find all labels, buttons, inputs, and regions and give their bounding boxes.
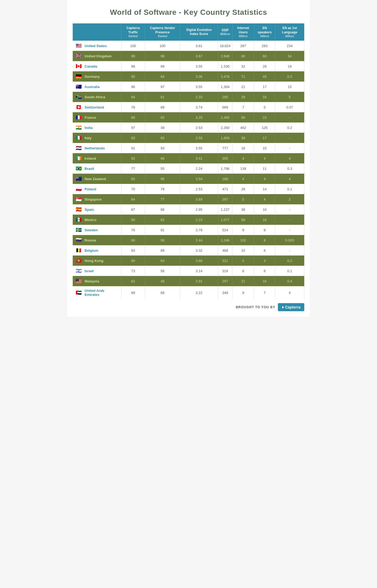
country-name[interactable]: United States <box>85 44 107 48</box>
dei-cell: 2.23 <box>180 215 218 225</box>
country-name[interactable]: France <box>85 116 96 120</box>
internet-cell: 38 <box>232 204 254 215</box>
dei-cell: 3.69 <box>180 194 218 204</box>
country-cell: 🇸🇬 Singapore <box>73 194 121 204</box>
gdp-header: GDP $Billions <box>218 23 232 41</box>
en-cell: 4 <box>254 174 275 184</box>
country-name[interactable]: Mexico <box>85 218 96 222</box>
dei-cell: 3.66 <box>180 256 218 266</box>
gdp-cell: 2,260 <box>218 122 232 133</box>
country-name[interactable]: Russia <box>85 238 96 242</box>
dei-cell: 3.55 <box>180 143 218 153</box>
flag-icon: 🇮🇪 <box>75 156 82 161</box>
table-row: 🇨🇦 Canada 98993.551,530322819 <box>73 61 304 71</box>
flag-icon: 🇨🇦 <box>75 64 82 69</box>
country-name[interactable]: Brazil <box>85 167 94 171</box>
vendor-cell: 86 <box>145 204 180 215</box>
country-name[interactable]: Netherlands <box>85 146 105 150</box>
page-title: World of Software - Key Country Statisti… <box>73 8 304 17</box>
country-name[interactable]: Singapore <box>85 197 102 201</box>
country-name[interactable]: United Arab Emirates <box>85 289 120 297</box>
flag-icon: 🇨🇭 <box>75 104 82 110</box>
en-cell: 45 <box>254 71 275 82</box>
country-cell: 🇲🇾 Malaysia <box>73 276 121 286</box>
en1st-cell: 4 <box>275 174 304 184</box>
dei-cell: 3.41 <box>180 153 218 163</box>
dei-cell: 3.14 <box>180 266 218 276</box>
country-name[interactable]: Spain <box>85 208 94 212</box>
country-name[interactable]: Malaysia <box>85 279 99 283</box>
table-row: 🇪🇸 Spain 87862.951,2373810- <box>73 204 304 215</box>
traffic-cell: 91 <box>121 143 145 153</box>
table-row: 🇮🇹 Italy 93852.581,8593917- <box>73 133 304 143</box>
en-cell: 6 <box>254 266 275 276</box>
country-name[interactable]: Belgium <box>85 248 98 253</box>
country-name[interactable]: Hong Kong <box>85 259 103 263</box>
table-row: 🇮🇪 Ireland 92963.41305444 <box>73 153 304 163</box>
en1st-cell: - <box>275 225 304 235</box>
traffic-cell: 82 <box>121 276 145 286</box>
vendor-cell: 56 <box>145 266 180 276</box>
en-cell: 10 <box>254 204 275 215</box>
en-cell: 5 <box>254 102 275 112</box>
flag-icon: 🇧🇪 <box>75 248 82 253</box>
flag-icon: 🇲🇽 <box>75 217 82 222</box>
country-name[interactable]: Germany <box>85 75 100 79</box>
flag-icon: 🇳🇿 <box>75 176 82 181</box>
flag-icon: 🇭🇰 <box>75 258 82 263</box>
country-name[interactable]: Israel <box>85 269 94 273</box>
en-cell: 6 <box>254 245 275 256</box>
country-name[interactable]: Switzerland <box>85 105 104 109</box>
flag-icon: 🇧🇷 <box>75 166 82 171</box>
internet-cell: 21 <box>232 82 254 92</box>
country-name[interactable]: South Africa <box>85 95 105 99</box>
traffic-cell: 76 <box>121 225 145 235</box>
gdp-cell: 349 <box>218 286 232 299</box>
country-name[interactable]: Australia <box>85 85 100 89</box>
vendor-cell: 55 <box>145 163 180 174</box>
country-cell: 🇸🇪 Sweden <box>73 225 121 235</box>
internet-cell: 4 <box>232 153 254 163</box>
dei-cell: 2.24 <box>180 163 218 174</box>
gdp-cell: 514 <box>218 225 232 235</box>
vendor-cell: 95 <box>145 174 180 184</box>
table-row: 🇷🇺 Russia 68582.441,24610280.003 <box>73 235 304 245</box>
country-cell: 🇷🇺 Russia <box>73 235 121 245</box>
vendor-cell: 58 <box>145 235 180 245</box>
traffic-cell: 73 <box>121 266 145 276</box>
country-name[interactable]: Poland <box>85 187 96 191</box>
vendor-cell: 91 <box>145 225 180 235</box>
dei-cell: 2.53 <box>180 122 218 133</box>
country-name[interactable]: India <box>85 126 93 130</box>
traffic-cell: 78 <box>121 102 145 112</box>
flag-icon: 🇷🇺 <box>75 237 82 243</box>
en1st-cell: 54 <box>275 51 304 61</box>
gdp-cell: 305 <box>218 153 232 163</box>
table-row: 🇭🇰 Hong Kong 80633.66321530.2 <box>73 256 304 266</box>
table-row: 🇿🇦 South Africa 94812.3329529165 <box>73 92 304 102</box>
en-cell: 8 <box>254 225 275 235</box>
country-name[interactable]: Ireland <box>85 156 96 160</box>
en1st-cell: 2 <box>275 194 304 204</box>
gdp-cell: 3,478 <box>218 71 232 82</box>
dei-cell: 3.25 <box>180 112 218 122</box>
traffic-cell: 92 <box>121 153 145 163</box>
table-row: 🇮🇳 India 97392.532,2604621250.2 <box>73 122 304 133</box>
country-name[interactable]: United Kingdom <box>85 54 111 58</box>
internet-header: Internet Users Millions <box>232 23 254 41</box>
country-name[interactable]: Sweden <box>85 228 98 232</box>
vendor-cell: 69 <box>145 286 180 299</box>
country-name[interactable]: Italy <box>85 136 92 140</box>
vendor-header: Capterra Vendor Presence Ranked <box>145 23 180 41</box>
traffic-cell: 84 <box>121 194 145 204</box>
country-cell: 🇭🇰 Hong Kong <box>73 256 121 266</box>
country-cell: 🇨🇦 Canada <box>73 61 121 71</box>
country-name[interactable]: Canada <box>85 64 97 68</box>
traffic-cell: 98 <box>121 61 145 71</box>
country-name[interactable]: New Zealand <box>85 177 106 181</box>
footer-text: BROUGHT TO YOU BY <box>236 305 275 309</box>
table-body: 🇺🇸 United States 1001003.6118,6242872832… <box>73 41 304 299</box>
traffic-cell: 87 <box>121 204 145 215</box>
gdp-cell: 18,624 <box>218 41 232 51</box>
table-row: 🇨🇭 Switzerland 78883.74669750.07 <box>73 102 304 112</box>
